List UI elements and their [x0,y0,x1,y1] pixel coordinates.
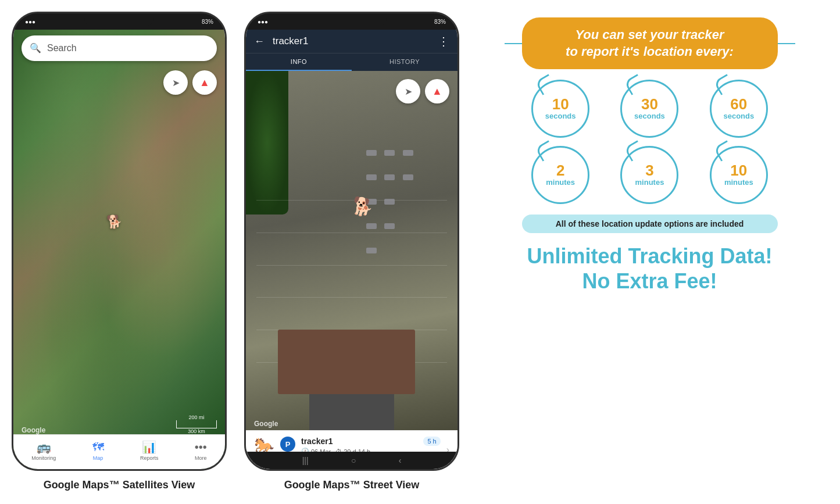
map-compass2[interactable]: ▲ [425,79,449,103]
right-panel: You can set your tracker to report it's … [471,6,828,300]
phone1-status-bar: ●●● 83% [13,13,225,30]
phones-section: ●●● 83% 🔍 Search ➤ [12,6,459,491]
interval-number-4: 3 [645,163,653,178]
banner-text-line1: You can set your tracker [576,27,724,42]
banner-row: You can set your tracker to report it's … [505,17,795,69]
google-watermark2: Google [254,420,278,428]
banner-line-left [505,43,522,44]
tracker-banner: You can set your tracker to report it's … [522,17,778,69]
monitoring-icon: 🚌 [37,440,51,454]
nav-arrow-icon2: ➤ [405,86,412,97]
reports-icon: 📊 [142,440,156,454]
intervals-grid: 10 seconds 30 seconds 60 seconds 2 minut… [522,80,778,204]
phone1-notch [84,13,154,26]
tab-info[interactable]: INFO [246,53,352,71]
more-icon: ••• [195,441,207,454]
phone2-tabs: INFO HISTORY [246,53,457,71]
interval-number-1: 30 [641,96,658,112]
interval-10sec: 10 seconds [531,80,589,138]
interval-10min: 10 minutes [710,146,768,204]
dog-icon-map1: 🐕 [106,215,122,230]
nav-map[interactable]: 🗺 Map [92,441,104,461]
interval-unit-2: seconds [723,112,754,121]
interval-unit-4: minutes [635,178,664,187]
scale-top-text: 200 mi [176,414,217,420]
map-nav-button[interactable]: ➤ [163,70,188,95]
interval-number-5: 10 [730,163,747,178]
unlimited-line1: Unlimited Tracking Data! [527,244,772,269]
phone1-screen: 🔍 Search ➤ ▲ 🐕 [13,30,225,469]
unlimited-text: Unlimited Tracking Data! No Extra Fee! [527,244,772,294]
nav-reports-label: Reports [140,455,159,461]
indicator2-right: ‹ [399,456,402,465]
bottom-nav1: 🚌 Monitoring 🗺 Map 📊 Reports [13,434,225,469]
satellite-map: ➤ ▲ 🐕 Google 200 mi 300 [13,30,225,469]
scale-bar: 200 mi 300 km [176,414,217,434]
phone1-status-right: 83% [202,19,213,25]
nav-monitoring[interactable]: 🚌 Monitoring [31,440,56,461]
interval-number-0: 10 [552,96,569,112]
phone1-status-left: ●●● [25,19,35,25]
phone2-screen: ← tracker1 ⋮ INFO HISTORY [246,30,457,469]
phone2-title: tracker1 [273,35,430,47]
banner-text-line2: to report it's location every: [566,44,734,59]
road-aerial [309,394,394,430]
phone1: ●●● 83% 🔍 Search ➤ [12,12,227,471]
indicator2-center: ○ [351,456,356,465]
phone1-caption: Google Maps™ Satellites View [44,479,195,491]
phone2-home-indicator: ||| ○ ‹ [246,452,457,469]
scale-bar-inner [176,420,217,428]
interval-number-3: 2 [556,163,564,178]
phone2-status-right: 83% [434,19,446,25]
compass-icon2: ▲ [432,85,442,98]
indicator2-left: ||| [302,456,309,465]
parking-badge: P [280,437,295,452]
search-placeholder: Search [47,43,77,53]
nav-map-label: Map [93,455,103,461]
interval-60sec: 60 seconds [710,80,768,138]
tracker-device-name: tracker1 [301,437,417,446]
nav-more-label: More [195,455,207,461]
compass-icon: ▲ [199,77,210,89]
interval-unit-3: minutes [546,178,575,187]
phone1-wrapper: ●●● 83% 🔍 Search ➤ [12,12,227,491]
map-icon: 🗺 [92,441,104,454]
nav-reports[interactable]: 📊 Reports [140,440,159,461]
phone2-status-left: ●●● [258,19,268,25]
map-nav-btn2[interactable]: ➤ [396,79,420,103]
interval-unit-1: seconds [634,112,665,121]
nav-monitoring-label: Monitoring [31,455,56,461]
back-button[interactable]: ← [254,35,264,48]
phone2-wrapper: ●●● 83% ← tracker1 ⋮ INFO HISTORY [244,12,459,491]
unlimited-line2: No Extra Fee! [527,269,772,294]
interval-3min: 3 minutes [620,146,678,204]
building-aerial [278,330,416,394]
map-compass[interactable]: ▲ [192,70,217,95]
interval-number-2: 60 [730,96,747,112]
search-icon: 🔍 [30,42,41,54]
phone2-status-bar: ●●● 83% [246,13,457,30]
google-watermark1: Google [22,426,45,434]
cars-area [362,143,436,287]
phone2-header: ← tracker1 ⋮ [246,30,457,53]
phone2-notch [317,13,387,26]
update-badge: 5 h [423,437,440,446]
main-container: ●●● 83% 🔍 Search ➤ [0,0,840,504]
aerial-map: 🐕 ➤ ▲ Google [246,71,457,430]
menu-button[interactable]: ⋮ [438,34,449,48]
interval-2min: 2 minutes [531,146,589,204]
interval-unit-0: seconds [545,112,576,121]
interval-unit-5: minutes [724,178,753,187]
nav-more[interactable]: ••• More [195,441,207,461]
interval-30sec: 30 seconds [620,80,678,138]
phone2-caption: Google Maps™ Street View [284,479,420,491]
included-label: All of these location update options are… [522,215,778,233]
tab-history[interactable]: HISTORY [352,53,457,71]
nav-arrow-icon: ➤ [172,77,180,88]
maps-search-bar[interactable]: 🔍 Search [22,35,217,61]
scale-bottom-text: 300 km [176,428,217,434]
phone2: ●●● 83% ← tracker1 ⋮ INFO HISTORY [244,12,459,471]
banner-line-right [778,43,795,44]
terrain-overlay [13,30,225,469]
